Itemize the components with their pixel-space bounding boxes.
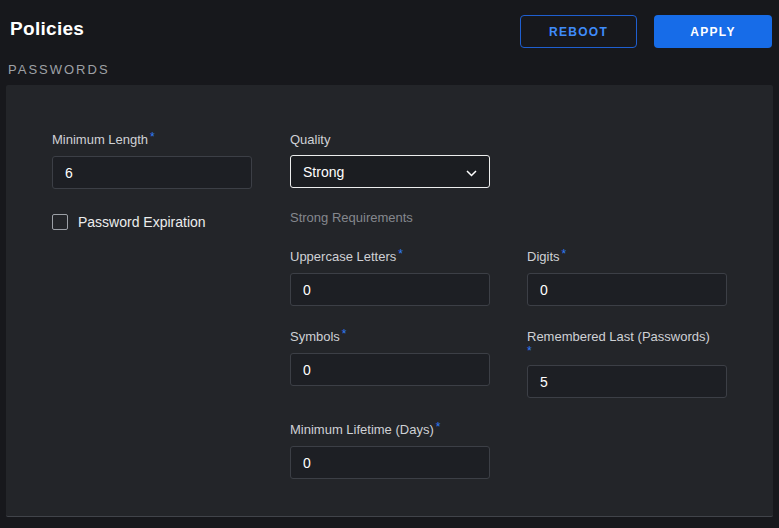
minimum-length-label: Minimum Length — [52, 132, 252, 148]
password-expiration-row: Password Expiration — [52, 214, 206, 230]
minimum-lifetime-label: Minimum Lifetime (Days) — [290, 422, 490, 438]
minimum-lifetime-input[interactable] — [290, 446, 490, 479]
uppercase-letters-label: Uppercase Letters — [290, 249, 490, 265]
remembered-last-field: Remembered Last (Passwords) — [527, 329, 727, 398]
remembered-last-label: Remembered Last (Passwords) — [527, 329, 727, 357]
minimum-lifetime-field: Minimum Lifetime (Days) — [290, 422, 490, 479]
section-passwords-heading: PASSWORDS — [8, 62, 110, 77]
password-expiration-label: Password Expiration — [78, 214, 206, 230]
remembered-last-input[interactable] — [527, 365, 727, 398]
quality-select[interactable]: Strong — [290, 155, 490, 188]
minimum-length-field: Minimum Length — [52, 132, 252, 189]
digits-field: Digits — [527, 249, 727, 306]
reboot-button[interactable]: REBOOT — [520, 15, 637, 48]
strong-requirements-heading: Strong Requirements — [290, 210, 413, 225]
passwords-panel: Minimum Length Quality Strong Password E… — [6, 85, 773, 517]
digits-input[interactable] — [527, 273, 727, 306]
uppercase-letters-field: Uppercase Letters — [290, 249, 490, 306]
symbols-label: Symbols — [290, 329, 490, 345]
page-title: Policies — [10, 18, 84, 40]
minimum-length-input[interactable] — [52, 156, 252, 189]
symbols-input[interactable] — [290, 353, 490, 386]
password-expiration-checkbox[interactable] — [52, 214, 68, 230]
digits-label: Digits — [527, 249, 727, 265]
uppercase-letters-input[interactable] — [290, 273, 490, 306]
quality-select-value: Strong — [303, 164, 344, 180]
chevron-down-icon — [466, 164, 477, 180]
quality-field: Quality Strong — [290, 132, 490, 188]
symbols-field: Symbols — [290, 329, 490, 386]
apply-button[interactable]: APPLY — [654, 15, 772, 48]
quality-label: Quality — [290, 132, 490, 147]
